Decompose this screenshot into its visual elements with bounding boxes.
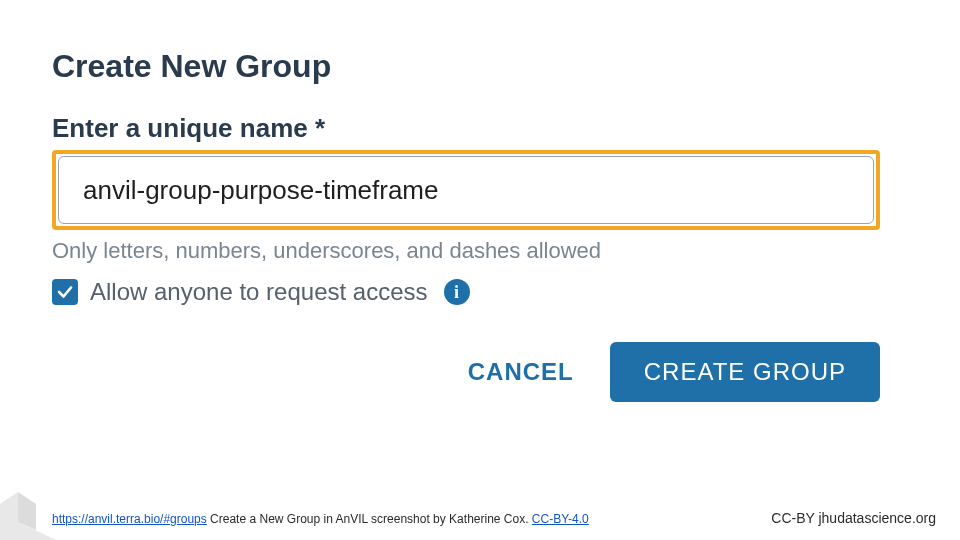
allow-request-checkbox[interactable] [52,279,78,305]
footer-corner-decoration [0,492,56,540]
create-group-dialog: Create New Group Enter a unique name * O… [52,48,880,402]
footer-attribution: CC-BY jhudatascience.org [771,510,936,526]
name-input-highlight [52,150,880,230]
footer-license-link[interactable]: CC-BY-4.0 [532,512,589,526]
slide-footer: https://anvil.terra.bio/#groups Create a… [0,492,960,540]
checkmark-icon [56,283,74,301]
allow-request-label: Allow anyone to request access [90,278,428,306]
footer-caption-mid: Create a New Group in AnVIL screenshot b… [207,512,532,526]
allow-request-row: Allow anyone to request access i [52,278,880,306]
dialog-button-row: CANCEL CREATE GROUP [52,342,880,402]
footer-source-link[interactable]: https://anvil.terra.bio/#groups [52,512,207,526]
name-field-label: Enter a unique name * [52,113,880,144]
dialog-title: Create New Group [52,48,880,85]
footer-caption: https://anvil.terra.bio/#groups Create a… [52,512,589,526]
name-helper-text: Only letters, numbers, underscores, and … [52,238,880,264]
group-name-input[interactable] [58,156,874,224]
create-group-button[interactable]: CREATE GROUP [610,342,880,402]
info-icon[interactable]: i [444,279,470,305]
cancel-button[interactable]: CANCEL [458,344,584,400]
